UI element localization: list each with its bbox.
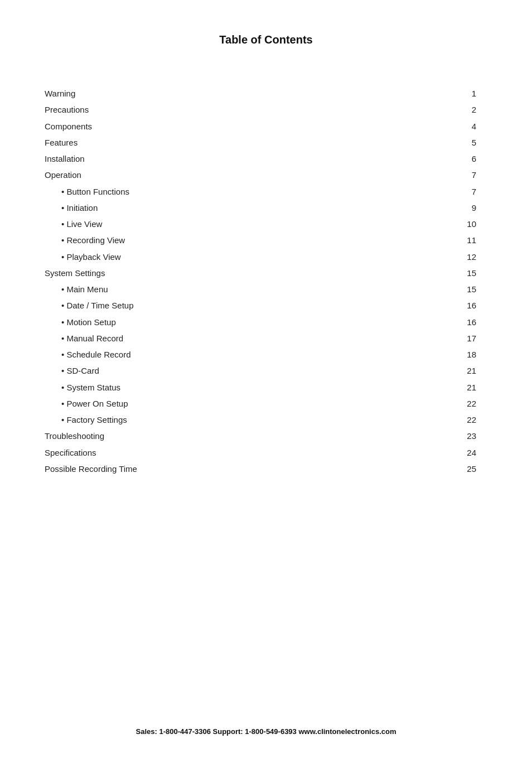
- toc-label: Components: [45, 118, 421, 134]
- toc-row: • Power On Setup22: [45, 395, 487, 412]
- toc-label: • Main Menu: [45, 281, 421, 297]
- toc-page: 17: [421, 330, 487, 346]
- toc-page: 24: [421, 445, 487, 461]
- toc-page: 11: [421, 232, 487, 248]
- toc-page: 5: [421, 134, 487, 151]
- toc-row: System Settings15: [45, 265, 487, 281]
- toc-row: Precautions2: [45, 102, 487, 118]
- toc-page: 15: [421, 281, 487, 297]
- toc-row: • Button Functions7: [45, 184, 487, 200]
- toc-row: Installation6: [45, 151, 487, 167]
- toc-label: Installation: [45, 151, 421, 167]
- toc-row: Components4: [45, 118, 487, 134]
- toc-page: 10: [421, 216, 487, 232]
- toc-label: • Button Functions: [45, 184, 421, 200]
- toc-label: Warning: [45, 85, 421, 102]
- toc-table: Warning1Precautions2Components4Features5…: [45, 85, 487, 477]
- toc-row: • System Status21: [45, 379, 487, 395]
- toc-page: 21: [421, 379, 487, 395]
- toc-label: • Live View: [45, 216, 421, 232]
- toc-row: • Schedule Record18: [45, 346, 487, 363]
- toc-label: Specifications: [45, 445, 421, 461]
- toc-label: • Schedule Record: [45, 346, 421, 363]
- toc-row: • Date / Time Setup16: [45, 297, 487, 313]
- toc-label: System Settings: [45, 265, 421, 281]
- toc-row: • Live View10: [45, 216, 487, 232]
- toc-row: • Motion Setup16: [45, 314, 487, 330]
- toc-label: • Motion Setup: [45, 314, 421, 330]
- toc-row: • Factory Settings22: [45, 412, 487, 428]
- toc-page: 22: [421, 395, 487, 412]
- page-title: Table of Contents: [45, 33, 487, 46]
- footer: Sales: 1-800-447-3306 Support: 1-800-549…: [0, 727, 532, 736]
- toc-label: Troubleshooting: [45, 428, 421, 444]
- toc-page: 4: [421, 118, 487, 134]
- toc-label: • Initiation: [45, 200, 421, 216]
- toc-row: • Manual Record17: [45, 330, 487, 346]
- toc-label: • Power On Setup: [45, 395, 421, 412]
- toc-page: 7: [421, 184, 487, 200]
- toc-row: Possible Recording Time25: [45, 461, 487, 477]
- toc-label: Features: [45, 134, 421, 151]
- toc-page: 18: [421, 346, 487, 363]
- toc-page: 16: [421, 297, 487, 313]
- toc-page: 2: [421, 102, 487, 118]
- toc-label: • Factory Settings: [45, 412, 421, 428]
- toc-row: • Initiation9: [45, 200, 487, 216]
- toc-page: 22: [421, 412, 487, 428]
- toc-label: • SD-Card: [45, 363, 421, 379]
- toc-row: Specifications24: [45, 445, 487, 461]
- toc-page: 12: [421, 249, 487, 265]
- toc-row: • Main Menu15: [45, 281, 487, 297]
- toc-label: Precautions: [45, 102, 421, 118]
- toc-page: 9: [421, 200, 487, 216]
- toc-label: Possible Recording Time: [45, 461, 421, 477]
- toc-page: 21: [421, 363, 487, 379]
- toc-label: • Recording View: [45, 232, 421, 248]
- toc-label: • Date / Time Setup: [45, 297, 421, 313]
- toc-row: • SD-Card21: [45, 363, 487, 379]
- toc-page: 15: [421, 265, 487, 281]
- toc-page: 16: [421, 314, 487, 330]
- toc-page: 6: [421, 151, 487, 167]
- toc-label: • Playback View: [45, 249, 421, 265]
- toc-row: Warning1: [45, 85, 487, 102]
- toc-page: 23: [421, 428, 487, 444]
- toc-row: Features5: [45, 134, 487, 151]
- toc-label: • Manual Record: [45, 330, 421, 346]
- toc-label: • System Status: [45, 379, 421, 395]
- toc-row: Troubleshooting23: [45, 428, 487, 444]
- page-container: Table of Contents Warning1Precautions2Co…: [0, 0, 532, 758]
- toc-page: 7: [421, 167, 487, 183]
- toc-row: • Playback View12: [45, 249, 487, 265]
- toc-label: Operation: [45, 167, 421, 183]
- toc-page: 25: [421, 461, 487, 477]
- toc-page: 1: [421, 85, 487, 102]
- toc-row: • Recording View11: [45, 232, 487, 248]
- toc-row: Operation7: [45, 167, 487, 183]
